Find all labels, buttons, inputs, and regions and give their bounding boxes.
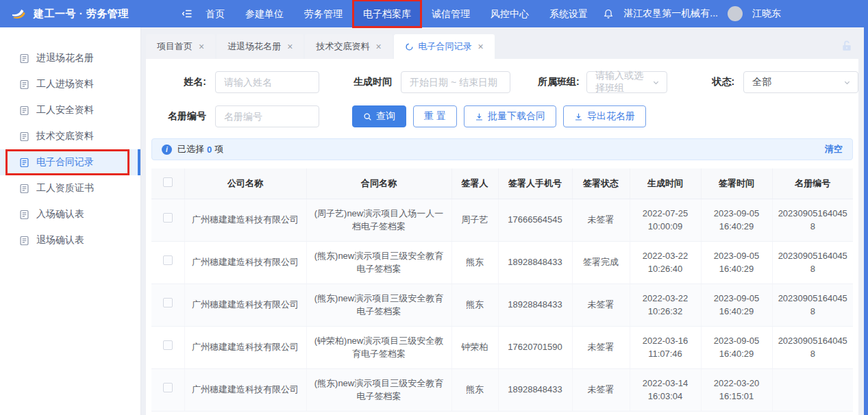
tab[interactable]: 进退场花名册 × — [216, 34, 303, 59]
cell-signer: 周子艺 — [451, 199, 498, 241]
cell-roster: 202309051640458 — [772, 241, 853, 284]
info-icon: i — [162, 144, 172, 155]
cell-created: 2022-07-25 10:00:09 — [630, 199, 701, 241]
content-card: 姓名: 生成时间 所属班组: 请输入或选择班组 状态: 全部 — [146, 59, 858, 415]
table-header: 公司名称 合同名称 签署人 签署人手机号 签署状态 生成时间 签署时间 名册编号 — [151, 168, 853, 199]
cell-signed: 2023-09-05 16:40:29 — [701, 241, 772, 284]
search-button-label: 查询 — [376, 110, 395, 123]
contracts-table: 公司名称 合同名称 签署人 签署人手机号 签署状态 生成时间 签署时间 名册编号 — [151, 168, 853, 412]
clear-selection-link[interactable]: 清空 — [825, 143, 843, 155]
sidebar-item[interactable]: 技术交底资料 — [0, 123, 140, 149]
download-icon — [574, 112, 583, 121]
table-body: 广州穗建建造科技有限公司 (周子艺)new演示项目入场一人一档电子签档案 周子艺… — [151, 199, 853, 411]
sidebar-item[interactable]: 进退场花名册 — [0, 45, 140, 71]
col-contract: 合同名称 — [306, 168, 451, 199]
filter-row-1: 姓名: 生成时间 所属班组: 请输入或选择班组 状态: 全部 — [166, 71, 858, 93]
sidebar-item[interactable]: 工人安全资料 — [0, 97, 140, 123]
status-select[interactable]: 全部 — [743, 71, 858, 93]
row-checkbox[interactable] — [163, 255, 173, 265]
nav-item-label: 参建单位 — [245, 8, 284, 19]
close-icon[interactable]: × — [199, 41, 204, 52]
sidebar-item-label: 入场确认表 — [36, 208, 84, 221]
sidebar-item[interactable]: 工人进场资料 — [0, 71, 140, 97]
tab[interactable]: 技术交底资料 × — [305, 34, 392, 59]
menu-fold-icon[interactable] — [182, 8, 193, 19]
table-row: 广州穗建建造科技有限公司 (熊东)new演示项目三级安全教育电子签档案 熊东 1… — [151, 284, 853, 326]
close-icon[interactable]: × — [287, 41, 293, 52]
col-signed: 签署时间 — [701, 168, 772, 199]
cell-phone: 17620701590 — [498, 326, 572, 368]
sidebar-item[interactable]: 入场确认表 — [0, 201, 140, 227]
cell-contract: (熊东)new演示项目三级安全教育电子签档案 — [306, 241, 451, 284]
nav-item[interactable]: 电子档案库 — [353, 0, 421, 27]
cell-created: 2022-03-16 11:07:46 — [630, 326, 701, 368]
cell-contract: (钟荣柏)new演示项目三级安全教育电子签档案 — [306, 326, 451, 368]
row-checkbox[interactable] — [163, 383, 173, 392]
gen-time-label: 生成时间 — [352, 76, 392, 88]
cell-phone: 17666564545 — [498, 199, 572, 241]
date-range-input[interactable] — [401, 71, 510, 93]
cell-contract: (熊东)new演示项目三级安全教育电子签档案 — [306, 368, 451, 411]
row-checkbox[interactable] — [163, 298, 173, 307]
col-status: 签署状态 — [572, 168, 630, 199]
batch-download-button[interactable]: 批量下载合同 — [464, 105, 556, 127]
nav-item[interactable]: 参建单位 — [235, 0, 294, 27]
sidebar-item[interactable]: 工人资质证书 — [0, 175, 140, 201]
nav-item[interactable]: 系统设置 — [539, 0, 598, 27]
tab-label: 电子合同记录 — [419, 40, 472, 53]
cell-company: 广州穗建建造科技有限公司 — [184, 284, 306, 326]
team-select[interactable]: 请输入或选择班组 — [586, 71, 667, 93]
nav-item[interactable]: 首页 — [195, 0, 235, 27]
nav-item[interactable]: 劳务管理 — [294, 0, 353, 27]
cell-company: 广州穗建建造科技有限公司 — [184, 241, 306, 284]
document-icon — [19, 131, 29, 142]
chevron-down-icon — [652, 79, 660, 86]
export-roster-label: 导出花名册 — [587, 110, 635, 123]
cell-company: 广州穗建建造科技有限公司 — [184, 199, 306, 241]
row-checkbox[interactable] — [163, 213, 173, 223]
nav-item[interactable]: 诚信管理 — [421, 0, 480, 27]
nav-item[interactable]: 风控中心 — [480, 0, 539, 27]
name-input[interactable] — [215, 71, 319, 93]
col-roster: 名册编号 — [772, 168, 853, 199]
company-name[interactable]: 湛江农垦第一机械有... — [623, 8, 718, 20]
user-avatar[interactable] — [728, 6, 743, 21]
user-name[interactable]: 江晓东 — [752, 8, 781, 20]
roster-no-input[interactable] — [215, 105, 319, 127]
nav-item-label: 系统设置 — [549, 8, 588, 19]
sidebar-item[interactable]: 电子合同记录 — [0, 149, 140, 175]
cell-contract: (熊东)new演示项目三级安全教育电子签档案 — [306, 284, 451, 326]
scrollbar[interactable] — [864, 27, 868, 415]
cell-phone: 18928848433 — [498, 241, 572, 284]
cell-checkbox — [151, 368, 184, 411]
tab[interactable]: 项目首页 × — [146, 34, 215, 59]
cell-status: 未签署 — [572, 199, 630, 241]
selection-suffix: 项 — [214, 143, 223, 155]
tab[interactable]: 电子合同记录 × — [394, 34, 495, 59]
close-icon[interactable]: × — [375, 41, 381, 52]
table-row: 广州穗建建造科技有限公司 (周子艺)new演示项目入场一人一档电子签档案 周子艺… — [151, 199, 853, 241]
cell-contract: (周子艺)new演示项目入场一人一档电子签档案 — [306, 199, 451, 241]
cell-checkbox — [151, 241, 184, 284]
cell-company: 广州穗建建造科技有限公司 — [184, 368, 306, 411]
row-checkbox[interactable] — [163, 340, 173, 350]
cell-roster: 202309051640458 — [772, 199, 853, 241]
app-title: 建工一号 · 劳务管理 — [34, 8, 129, 21]
cell-phone: 18928848433 — [498, 284, 572, 326]
search-button[interactable]: 查询 — [352, 105, 406, 127]
sidebar-item-label: 技术交底资料 — [36, 130, 94, 142]
select-all-checkbox[interactable] — [163, 177, 173, 187]
lock-icon[interactable] — [841, 40, 853, 55]
export-roster-button[interactable]: 导出花名册 — [563, 105, 646, 127]
sidebar-item[interactable]: 退场确认表 — [0, 227, 140, 253]
cell-checkbox — [151, 199, 184, 241]
cell-signer: 熊东 — [451, 241, 498, 284]
reset-button[interactable]: 重 置 — [413, 105, 457, 127]
bell-icon[interactable] — [603, 8, 614, 20]
document-icon — [19, 105, 29, 116]
search-icon — [363, 112, 372, 121]
reset-button-label: 重 置 — [424, 110, 446, 123]
refresh-icon[interactable] — [405, 42, 414, 51]
table-row: 广州穗建建造科技有限公司 (熊东)new演示项目三级安全教育电子签档案 熊东 1… — [151, 241, 853, 284]
close-icon[interactable]: × — [478, 41, 484, 52]
